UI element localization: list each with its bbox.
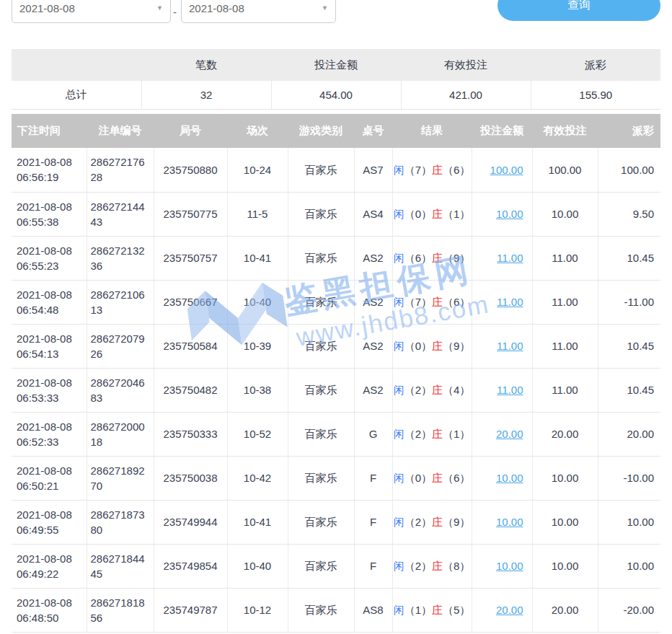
chevron-down-icon: ▼ bbox=[322, 4, 328, 12]
bet-time: 2021-08-08 06:48:50 bbox=[12, 588, 87, 632]
order-number: 28627210613 bbox=[87, 280, 154, 324]
header-payout: 派彩 bbox=[598, 114, 660, 148]
bet-amount-cell: 11.00 bbox=[472, 280, 532, 324]
bet-amount-link[interactable]: 11.00 bbox=[497, 340, 523, 352]
header-valid-bet: 有效投注 bbox=[532, 114, 598, 148]
player-label: 闲 bbox=[394, 208, 404, 220]
session: 10-38 bbox=[227, 368, 288, 412]
valid-bet: 10.00 bbox=[532, 456, 598, 500]
round-number: 235749944 bbox=[154, 500, 227, 544]
game-type: 百家乐 bbox=[288, 192, 354, 236]
bet-amount-link[interactable]: 10.00 bbox=[496, 560, 523, 572]
bet-amount-link[interactable]: 20.00 bbox=[496, 428, 523, 440]
header-bet-amount: 投注金额 bbox=[472, 114, 532, 148]
bet-amount-link[interactable]: 11.00 bbox=[497, 296, 523, 308]
result: 闲（2）庄（8） bbox=[392, 544, 472, 588]
table-number: AS2 bbox=[354, 324, 392, 368]
bet-amount-cell: 10.00 bbox=[472, 500, 532, 544]
bet-amount-cell: 10.00 bbox=[472, 192, 532, 236]
payout: -20.00 bbox=[598, 588, 660, 632]
round-number: 235750667 bbox=[154, 280, 227, 324]
session: 10-40 bbox=[227, 280, 288, 324]
session: 10-41 bbox=[227, 500, 288, 544]
result: 闲（2）庄（1） bbox=[392, 412, 472, 456]
banker-score: （5） bbox=[443, 604, 470, 616]
round-number: 235750584 bbox=[154, 324, 227, 368]
round-number: 235750038 bbox=[154, 456, 227, 500]
session: 10-39 bbox=[227, 324, 288, 368]
banker-score: （1） bbox=[443, 428, 470, 440]
game-type: 百家乐 bbox=[288, 412, 354, 456]
valid-bet: 11.00 bbox=[532, 368, 598, 412]
bet-amount-cell: 20.00 bbox=[472, 588, 532, 632]
banker-label: 庄 bbox=[432, 340, 443, 352]
bet-time: 2021-08-08 06:49:55 bbox=[12, 500, 87, 544]
player-label: 闲 bbox=[394, 340, 404, 352]
bet-amount-link[interactable]: 10.00 bbox=[496, 208, 523, 220]
player-label: 闲 bbox=[394, 516, 404, 528]
payout: 10.00 bbox=[598, 544, 660, 588]
summary-payout: 155.90 bbox=[531, 81, 660, 109]
table-number: AS2 bbox=[354, 236, 392, 280]
order-number: 28627187380 bbox=[87, 500, 154, 544]
valid-bet: 11.00 bbox=[532, 324, 598, 368]
player-label: 闲 bbox=[394, 252, 404, 264]
valid-bet: 100.00 bbox=[532, 148, 598, 192]
game-type: 百家乐 bbox=[288, 236, 354, 280]
player-score: （7） bbox=[404, 164, 432, 176]
bet-amount-link[interactable]: 20.00 bbox=[496, 604, 523, 616]
table-number: AS7 bbox=[354, 148, 392, 192]
bet-amount-link[interactable]: 11.00 bbox=[497, 384, 523, 396]
bet-amount-link[interactable]: 11.00 bbox=[497, 252, 523, 264]
payout: 20.00 bbox=[598, 412, 660, 456]
record-row: 2021-08-08 06:49:55 28627187380 23574994… bbox=[12, 500, 660, 544]
summary-header-payout: 派彩 bbox=[531, 49, 660, 81]
result: 闲（1）庄（5） bbox=[392, 588, 472, 632]
banker-label: 庄 bbox=[432, 428, 443, 440]
round-number: 235750880 bbox=[154, 148, 227, 192]
bet-amount-link[interactable]: 10.00 bbox=[496, 472, 523, 484]
payout: 10.00 bbox=[598, 500, 660, 544]
player-label: 闲 bbox=[394, 384, 404, 396]
date-from-select[interactable]: 2021-08-08 ▼ bbox=[12, 0, 171, 23]
game-type: 百家乐 bbox=[288, 456, 354, 500]
record-row: 2021-08-08 06:52:33 28627200018 23575033… bbox=[12, 412, 660, 456]
order-number: 28627189270 bbox=[87, 456, 154, 500]
table-number: F bbox=[354, 500, 392, 544]
banker-score: （8） bbox=[443, 560, 470, 572]
banker-label: 庄 bbox=[432, 604, 443, 616]
payout: 10.45 bbox=[598, 368, 660, 412]
payout: -11.00 bbox=[598, 280, 660, 324]
query-button[interactable]: 查询 bbox=[498, 0, 660, 21]
player-score: （0） bbox=[404, 472, 432, 484]
banker-score: （6） bbox=[443, 296, 470, 308]
bet-amount-link[interactable]: 10.00 bbox=[496, 516, 523, 528]
order-number: 28627200018 bbox=[87, 412, 154, 456]
summary-header-valid-bet: 有效投注 bbox=[401, 49, 531, 81]
date-to-select[interactable]: 2021-08-08 ▼ bbox=[181, 0, 336, 23]
order-number: 28627181856 bbox=[87, 588, 154, 632]
banker-label: 庄 bbox=[432, 252, 443, 264]
date-range-separator: - bbox=[173, 6, 177, 18]
payout: 10.45 bbox=[598, 236, 660, 280]
bet-time: 2021-08-08 06:53:33 bbox=[12, 368, 87, 412]
record-row: 2021-08-08 06:56:19 28627217628 23575088… bbox=[12, 148, 660, 192]
player-label: 闲 bbox=[394, 604, 404, 616]
table-number: G bbox=[354, 412, 392, 456]
bet-amount-link[interactable]: 100.00 bbox=[490, 164, 523, 176]
order-number: 28627204683 bbox=[87, 368, 154, 412]
summary-bet-amount: 454.00 bbox=[271, 81, 401, 109]
round-number: 235749787 bbox=[154, 588, 227, 632]
round-number: 235749854 bbox=[154, 544, 227, 588]
result: 闲（2）庄（4） bbox=[392, 368, 472, 412]
date-from-value: 2021-08-08 bbox=[19, 2, 75, 14]
records-table: 下注时间 注单编号 局号 场次 游戏类别 桌号 结果 投注金额 有效投注 派彩 … bbox=[12, 114, 660, 633]
player-label: 闲 bbox=[394, 164, 404, 176]
record-row: 2021-08-08 06:50:21 28627189270 23575003… bbox=[12, 456, 660, 500]
player-score: （7） bbox=[404, 296, 432, 308]
header-result: 结果 bbox=[392, 114, 472, 148]
round-number: 235750482 bbox=[154, 368, 227, 412]
banker-score: （4） bbox=[443, 384, 470, 396]
table-number: F bbox=[354, 544, 392, 588]
banker-label: 庄 bbox=[432, 472, 443, 484]
